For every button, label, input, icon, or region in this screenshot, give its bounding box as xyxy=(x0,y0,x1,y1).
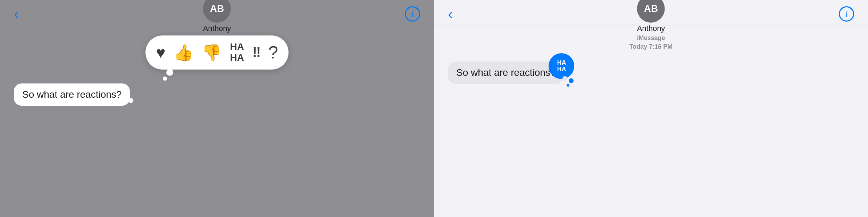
timestamp-prefix: iMessage xyxy=(637,34,665,41)
message-bubble-left: So what are reactions? xyxy=(14,83,130,106)
contact-name-left: Anthony xyxy=(203,24,231,33)
reaction-thumbs-up[interactable]: 👍 xyxy=(174,43,193,62)
info-button-left[interactable]: i xyxy=(405,6,420,22)
back-button-right[interactable]: ‹ xyxy=(448,6,453,22)
right-messages: iMessage Today 7:16 PM So what are react… xyxy=(434,25,868,217)
reaction-question[interactable]: ? xyxy=(268,42,278,63)
back-button-left[interactable]: ‹ xyxy=(14,6,19,22)
avatar-left[interactable]: AB xyxy=(203,0,231,23)
message-row-right: So what are reactions? HAHA xyxy=(448,62,854,84)
timestamp: iMessage Today 7:16 PM xyxy=(629,34,673,51)
timestamp-detail: Today 7:16 PM xyxy=(629,43,673,50)
right-header-center: AB Anthony xyxy=(637,0,665,33)
info-button-right[interactable]: i xyxy=(839,6,854,22)
reaction-picker: ♥ 👍 👎 HAHA ‼ ? xyxy=(145,35,289,70)
left-header-center: AB Anthony xyxy=(203,0,231,33)
right-panel: ‹ AB Anthony i iMessage Today 7:16 PM So… xyxy=(434,0,868,217)
reaction-thumbs-down[interactable]: 👎 xyxy=(202,43,222,62)
left-header: ‹ AB Anthony i xyxy=(0,0,434,25)
haha-reaction-badge: HAHA xyxy=(549,53,574,79)
reaction-haha[interactable]: HAHA xyxy=(230,42,244,63)
message-text-right: So what are reactions? xyxy=(456,67,556,78)
reaction-heart[interactable]: ♥ xyxy=(156,43,165,62)
message-bubble-right: So what are reactions? HAHA xyxy=(448,62,564,84)
left-message-area: So what are reactions? xyxy=(0,80,434,109)
contact-name-right: Anthony xyxy=(637,24,665,33)
avatar-right[interactable]: AB xyxy=(637,0,665,23)
right-header: ‹ AB Anthony i xyxy=(434,0,868,25)
reaction-exclaim[interactable]: ‼ xyxy=(252,45,260,60)
left-panel: ‹ AB Anthony i ♥ 👍 👎 HAHA ‼ ? So what ar… xyxy=(0,0,434,217)
